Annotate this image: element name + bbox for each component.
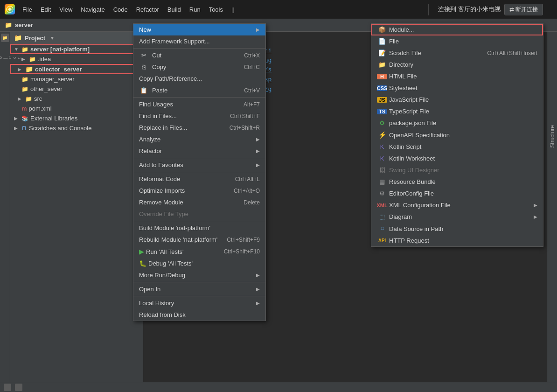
disconnect-button[interactable]: ⇄ 断开连接 bbox=[504, 4, 543, 15]
ctx-add-favorites-label: Add to Favorites bbox=[139, 161, 183, 168]
ctx-run-tests-shortcut: Ctrl+Shift+F10 bbox=[224, 248, 260, 255]
tree-manager-item[interactable]: 📁 manager_server bbox=[10, 74, 143, 84]
sub-js[interactable]: JS JavaScript File bbox=[371, 94, 543, 105]
ctx-paste[interactable]: 📋 Paste Ctrl+V bbox=[133, 84, 265, 96]
ctx-find-files-shortcut: Ctrl+Shift+F bbox=[230, 113, 260, 119]
tree-pom-item[interactable]: m pom.xml bbox=[10, 104, 143, 113]
ctx-rebuild-module[interactable]: Rebuild Module 'nat-platform' Ctrl+Shift… bbox=[133, 234, 265, 245]
project-folder-icon: 📁 bbox=[14, 34, 22, 42]
ctx-cut-shortcut: Ctrl+X bbox=[244, 52, 260, 59]
project-header[interactable]: 📁 Project ▼ bbox=[10, 32, 143, 44]
ctx-open-in[interactable]: Open In ▶ bbox=[133, 283, 265, 295]
ctx-find-usages[interactable]: Find Usages Alt+F7 bbox=[133, 98, 265, 110]
swing-icon: 🖼 bbox=[377, 167, 387, 174]
ctx-add-favorites[interactable]: Add to Favorites ▶ bbox=[133, 159, 265, 171]
ctx-add-framework[interactable]: Add Framework Support... bbox=[133, 35, 265, 47]
left-strip-btn-1[interactable]: 📁 bbox=[1, 34, 9, 42]
ctx-analyze[interactable]: Analyze ▶ bbox=[133, 133, 265, 145]
sub-kotlin[interactable]: K Kotlin Script bbox=[371, 141, 543, 153]
bottom-icon-1[interactable] bbox=[4, 384, 11, 391]
sub-css[interactable]: CSS Stylesheet bbox=[371, 82, 543, 94]
ctx-debug-tests-left: 🐛 Debug 'All Tests' bbox=[139, 260, 193, 267]
ctx-remove-module[interactable]: Remove Module Delete bbox=[133, 196, 265, 208]
extlibs-item-label: External Libraries bbox=[30, 115, 77, 122]
menu-file[interactable]: File bbox=[19, 4, 36, 15]
tree-extlibs-item[interactable]: ▶ 📚 External Libraries bbox=[10, 113, 143, 123]
sub-dir[interactable]: 📁 Directory bbox=[371, 59, 543, 70]
menu-tools[interactable]: Tools bbox=[205, 4, 227, 15]
sub-css-left: CSS Stylesheet bbox=[377, 84, 418, 91]
ctx-find-files[interactable]: Find in Files... Ctrl+Shift+F bbox=[133, 110, 265, 122]
src-item-label: src bbox=[34, 95, 42, 102]
ctx-cut[interactable]: ✂ Cut Ctrl+X bbox=[133, 49, 265, 61]
ts-icon: TS bbox=[377, 109, 387, 114]
ctx-reload[interactable]: Reload from Disk bbox=[133, 309, 265, 321]
menu-refactor[interactable]: Refactor bbox=[132, 4, 163, 15]
sub-scratch-shortcut: Ctrl+Alt+Shift+Insert bbox=[487, 50, 537, 56]
ctx-replace-files[interactable]: Replace in Files... Ctrl+Shift+R bbox=[133, 122, 265, 133]
sub-kotlin-ws[interactable]: K Kotlin Worksheet bbox=[371, 153, 543, 164]
ctx-open-in-label: Open In bbox=[139, 286, 160, 293]
ctx-run-tests-left: ▶ Run 'All Tests' bbox=[139, 248, 184, 255]
ctx-new[interactable]: New ▶ bbox=[133, 24, 265, 35]
tree-other-item[interactable]: 📁 other_sever bbox=[10, 84, 143, 94]
tree-collector-item[interactable]: ▶ 📁 collector_server bbox=[10, 64, 143, 74]
ctx-optimize-label: Optimize Imports bbox=[139, 187, 185, 194]
sub-resource-label: Resource Bundle bbox=[389, 178, 436, 185]
menu-navigate[interactable]: Navigate bbox=[77, 4, 108, 15]
dir-icon: 📁 bbox=[377, 61, 387, 68]
ctx-optimize-shortcut: Ctrl+Alt+O bbox=[234, 188, 260, 194]
menu-code[interactable]: Code bbox=[110, 4, 132, 15]
ctx-build-module[interactable]: Build Module 'nat-platform' bbox=[133, 222, 265, 234]
structure-label[interactable]: Structure bbox=[549, 125, 556, 148]
sub-editorconfig[interactable]: ⚙ EditorConfig File bbox=[371, 188, 543, 199]
tree-root-item[interactable]: ▼ 📁 server [nat-platform] bbox=[10, 44, 143, 54]
debug-icon: 🐛 bbox=[139, 260, 146, 267]
project-name-label: 📁 bbox=[5, 21, 12, 28]
bottom-icon-2[interactable] bbox=[15, 384, 22, 391]
sub-css-label: Stylesheet bbox=[389, 84, 418, 91]
menu-view[interactable]: View bbox=[56, 4, 76, 15]
ctx-override-filetype: Override File Type bbox=[133, 208, 265, 220]
sub-kotlin-ws-left: K Kotlin Worksheet bbox=[377, 155, 435, 162]
left-strip: 📁 Project bbox=[0, 32, 10, 392]
sub-kotlin-label: Kotlin Script bbox=[389, 143, 421, 150]
ctx-copy[interactable]: ⎘ Copy Ctrl+C bbox=[133, 61, 265, 73]
menu-edit[interactable]: Edit bbox=[37, 4, 55, 15]
menu-build[interactable]: Build bbox=[164, 4, 185, 15]
sub-http[interactable]: API HTTP Request bbox=[371, 235, 543, 246]
ctx-debug-tests[interactable]: 🐛 Debug 'All Tests' bbox=[133, 258, 265, 269]
sub-xml[interactable]: XML XML Configuration File ▶ bbox=[371, 199, 543, 211]
ctx-sep5 bbox=[133, 221, 265, 221]
menu-run[interactable]: Run bbox=[186, 4, 204, 15]
tree-scratches-item[interactable]: ▶ 🗒 Scratches and Console bbox=[10, 123, 143, 133]
bottom-strip bbox=[0, 382, 557, 392]
ctx-copy-path[interactable]: Copy Path/Reference... bbox=[133, 73, 265, 84]
ctx-reformat[interactable]: Reformat Code Ctrl+Alt+L bbox=[133, 173, 265, 185]
sub-editorconfig-label: EditorConfig File bbox=[389, 190, 434, 197]
ctx-refactor[interactable]: Refactor ▶ bbox=[133, 145, 265, 157]
left-strip-btn-2[interactable]: Project bbox=[0, 53, 21, 62]
sub-resource[interactable]: ▤ Resource Bundle bbox=[371, 176, 543, 188]
sub-module-left: 📦 Module... bbox=[377, 26, 414, 33]
sub-module[interactable]: 📦 Module... bbox=[371, 24, 543, 35]
tree-idea-item[interactable]: ▶ 📁 .idea bbox=[10, 54, 143, 64]
sub-file[interactable]: 📄 File bbox=[371, 35, 543, 47]
ctx-run-tests[interactable]: ▶ Run 'All Tests' Ctrl+Shift+F10 bbox=[133, 245, 265, 258]
sub-diagram[interactable]: ⬚ Diagram ▶ bbox=[371, 211, 543, 223]
ctx-optimize[interactable]: Optimize Imports Ctrl+Alt+O bbox=[133, 185, 265, 196]
project-dropdown-arrow[interactable]: ▼ bbox=[50, 35, 55, 41]
sub-scratch[interactable]: 📝 Scratch File Ctrl+Alt+Shift+Insert bbox=[371, 47, 543, 59]
ctx-more-run[interactable]: More Run/Debug ▶ bbox=[133, 269, 265, 281]
sub-datasource[interactable]: ⌗ Data Source in Path bbox=[371, 223, 543, 235]
sub-ts[interactable]: TS TypeScript File bbox=[371, 105, 543, 117]
js-icon: JS bbox=[377, 97, 387, 103]
sub-ts-left: TS TypeScript File bbox=[377, 108, 429, 115]
sub-openapi[interactable]: ⚡ OpenAPI Specification bbox=[371, 129, 543, 141]
ctx-local-history[interactable]: Local History ▶ bbox=[133, 297, 265, 309]
sub-pkg[interactable]: ⚙ package.json File bbox=[371, 117, 543, 129]
sub-editorconfig-left: ⚙ EditorConfig File bbox=[377, 190, 434, 197]
ctx-more-run-label: More Run/Debug bbox=[139, 272, 185, 279]
tree-src-item[interactable]: ▶ 📁 src bbox=[10, 94, 143, 104]
sub-html[interactable]: H HTML File bbox=[371, 70, 543, 82]
